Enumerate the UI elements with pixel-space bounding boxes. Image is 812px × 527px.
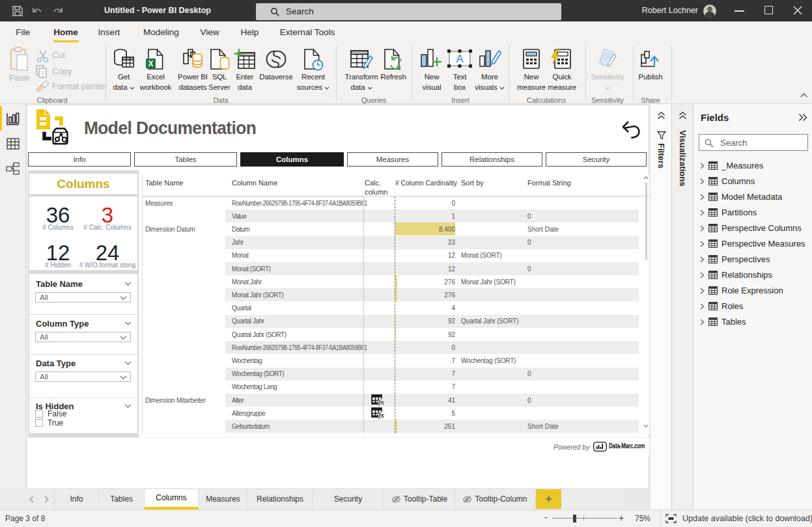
svg-text:A: A (456, 53, 464, 65)
svg-text:fx: fx (378, 410, 385, 419)
svg-text:fx: fx (378, 397, 385, 406)
svg-text:X: X (148, 59, 153, 68)
